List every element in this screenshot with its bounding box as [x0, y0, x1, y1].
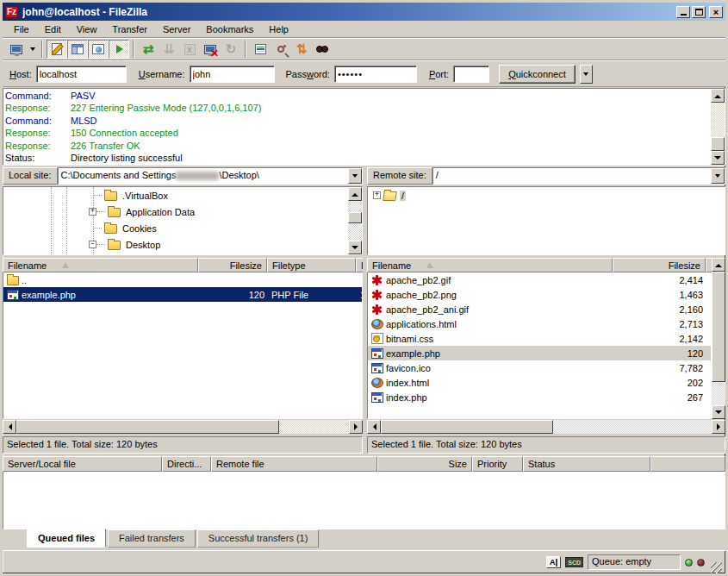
file-row[interactable]: index.html 202: [368, 375, 711, 390]
cancel-operation-button[interactable]: x: [179, 40, 200, 59]
file-row[interactable]: index.php 267: [368, 390, 711, 404]
column-header-filename[interactable]: Filename: [3, 258, 198, 272]
column-header-size[interactable]: Size: [377, 456, 472, 472]
column-header-last-modified[interactable]: L: [356, 258, 363, 272]
host-input[interactable]: [36, 66, 127, 83]
menu-help[interactable]: Help: [261, 22, 296, 37]
menu-edit[interactable]: Edit: [37, 22, 69, 37]
refresh-button[interactable]: ⇄: [138, 40, 159, 59]
minimize-button[interactable]: [676, 6, 690, 18]
scroll-right-button[interactable]: [349, 420, 363, 434]
column-header-server-local-file[interactable]: Server/Local file: [3, 456, 162, 472]
data-type-indicator-icon[interactable]: A: [546, 556, 561, 568]
scroll-down-button[interactable]: [712, 405, 725, 419]
file-row[interactable]: favicon.ico 7,782: [368, 360, 711, 375]
directory-listing-filters-button[interactable]: [250, 40, 271, 59]
tab-failed-transfers[interactable]: Failed transfers: [108, 529, 196, 548]
log-line: Status:Directory listing successful: [5, 152, 709, 164]
scrollbar-thumb[interactable]: [711, 137, 725, 151]
tab-successful-transfers[interactable]: Successful transfers (1): [197, 529, 320, 548]
resize-grip[interactable]: [711, 562, 722, 573]
disconnect-button[interactable]: ✕: [200, 40, 221, 59]
scroll-up-button[interactable]: [712, 258, 725, 272]
sort-ascending-icon: [426, 259, 433, 268]
column-header-filesize[interactable]: Filesize: [198, 258, 267, 272]
scroll-right-button[interactable]: [712, 420, 725, 434]
window-title: john@localhost - FileZilla: [22, 6, 676, 18]
file-row[interactable]: applications.html 2,713: [368, 316, 711, 331]
find-files-button[interactable]: [312, 40, 333, 59]
username-input[interactable]: [190, 66, 275, 83]
local-tree-scrollbar[interactable]: [348, 187, 362, 254]
file-row-selected[interactable]: example.php 120: [368, 346, 711, 360]
column-header-filetype[interactable]: Filetype: [267, 258, 356, 272]
tree-item-desktop[interactable]: -Desktop: [3, 236, 348, 253]
menu-view[interactable]: View: [69, 22, 105, 37]
site-manager-icon: [10, 45, 22, 54]
site-manager-dropdown[interactable]: [27, 40, 38, 59]
app-icon[interactable]: Fz: [5, 6, 18, 18]
file-row[interactable]: apache_pb2_ani.gif 2,160: [368, 302, 711, 316]
directory-comparison-button[interactable]: [271, 40, 291, 59]
local-site-dropdown[interactable]: [348, 168, 362, 184]
toggle-message-log-button[interactable]: [47, 40, 67, 59]
process-queue-button[interactable]: ⇊: [159, 40, 179, 59]
tab-queued-files[interactable]: Queued files: [27, 529, 106, 548]
file-row[interactable]: apache_pb2.gif 2,414: [368, 272, 711, 287]
tree-item-cookies[interactable]: Cookies: [3, 220, 348, 236]
scrollbar-thumb[interactable]: [16, 420, 279, 434]
speed-limit-icon[interactable]: SCD: [565, 557, 583, 567]
remote-site-combo[interactable]: /: [432, 167, 725, 185]
column-header-status[interactable]: Status: [523, 456, 650, 472]
scroll-up-button[interactable]: [711, 89, 725, 103]
reconnect-button[interactable]: ↻: [221, 40, 241, 59]
open-folder-icon: [383, 191, 397, 201]
expand-icon[interactable]: +: [89, 208, 96, 216]
menu-file[interactable]: File: [6, 22, 37, 37]
remote-site-label: Remote site:: [367, 167, 432, 185]
folder-icon: [108, 208, 121, 217]
column-header-filename[interactable]: Filename: [367, 258, 613, 272]
quickconnect-dropdown[interactable]: [580, 65, 593, 84]
scroll-down-button[interactable]: [711, 151, 725, 165]
column-header-priority[interactable]: Priority: [472, 456, 523, 472]
local-horizontal-scrollbar[interactable]: [3, 420, 363, 434]
file-row[interactable]: bitnami.css 2,142: [368, 331, 711, 346]
scrollbar-thumb[interactable]: [381, 420, 553, 434]
remote-horizontal-scrollbar[interactable]: [367, 420, 725, 434]
scrollbar-thumb[interactable]: [712, 272, 725, 382]
remote-site-dropdown[interactable]: [711, 168, 725, 184]
maximize-button[interactable]: [692, 6, 706, 18]
local-site-combo[interactable]: C:\Documents and Settings\Desktop\: [58, 167, 363, 185]
password-input[interactable]: [334, 66, 417, 83]
file-row-parent-dir[interactable]: ..: [3, 272, 362, 287]
scroll-left-button[interactable]: [3, 420, 16, 434]
port-input[interactable]: [453, 66, 489, 83]
tree-item-virtualbox[interactable]: .VirtualBox: [3, 187, 348, 203]
scroll-left-button[interactable]: [367, 420, 381, 434]
scrollbar-thumb[interactable]: [348, 212, 362, 223]
tree-item-application-data[interactable]: +Application Data: [3, 203, 348, 220]
collapse-icon[interactable]: -: [89, 241, 96, 248]
scroll-down-button[interactable]: [348, 241, 362, 254]
site-manager-button[interactable]: [6, 40, 27, 59]
quickconnect-button[interactable]: Quickconnect: [499, 65, 576, 84]
column-header-filesize[interactable]: Filesize: [613, 258, 706, 272]
toggle-remote-tree-button[interactable]: [88, 40, 109, 59]
remote-list-scrollbar[interactable]: [712, 258, 725, 419]
menu-bookmarks[interactable]: Bookmarks: [198, 22, 261, 37]
menu-transfer[interactable]: Transfer: [104, 22, 155, 37]
menu-server[interactable]: Server: [155, 22, 198, 37]
file-row[interactable]: apache_pb2.png 1,463: [368, 287, 711, 302]
toggle-transfer-queue-button[interactable]: [109, 40, 129, 59]
expand-icon[interactable]: +: [373, 191, 381, 199]
file-row-example-php[interactable]: example.php 120 PHP File 1: [3, 287, 362, 302]
log-scrollbar[interactable]: [711, 89, 725, 165]
column-header-direction[interactable]: Directi...: [162, 456, 211, 472]
close-button[interactable]: ×: [709, 6, 723, 18]
tree-item-root[interactable]: + /: [368, 187, 725, 203]
column-header-remote-file[interactable]: Remote file: [211, 456, 377, 472]
scroll-up-button[interactable]: [348, 187, 362, 201]
synchronized-browsing-button[interactable]: ⇅: [291, 40, 312, 59]
toggle-local-tree-button[interactable]: [67, 40, 88, 59]
